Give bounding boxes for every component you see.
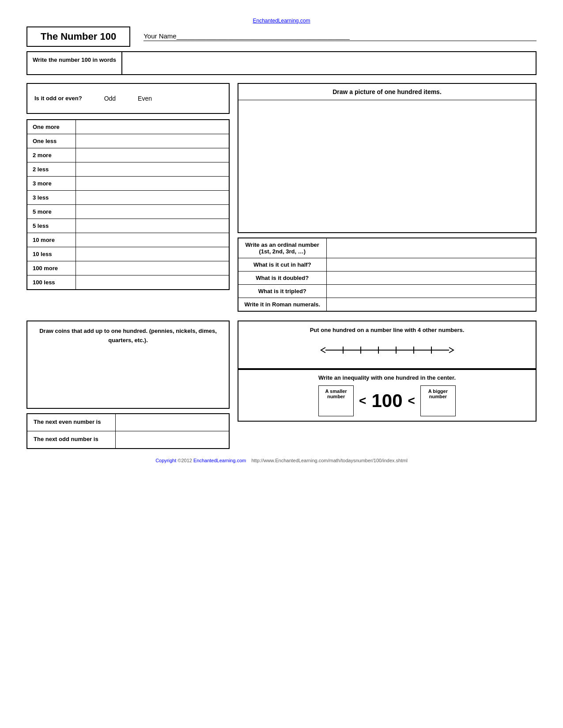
math-row-label: 10 more	[27, 233, 76, 247]
next-odd-label: The next odd number is	[27, 431, 116, 448]
math-row-label: One less	[27, 134, 76, 148]
ordinal-row-answer[interactable]	[326, 298, 536, 312]
odd-option[interactable]: Odd	[104, 95, 116, 102]
header-row: The Number 100 Your Name________________…	[26, 26, 537, 47]
ordinal-row: Write as an ordinal number (1st, 2nd, 3r…	[238, 238, 536, 258]
ordinal-row-label: What is it doubled?	[238, 272, 326, 285]
math-row-answer[interactable]	[76, 275, 229, 290]
number-line-box: Put one hundred on a number line with 4 …	[238, 321, 537, 369]
next-odd-answer[interactable]	[116, 431, 229, 448]
math-row-answer[interactable]	[76, 233, 229, 247]
odd-even-box: Is it odd or even? Odd Even	[26, 83, 230, 114]
draw-picture-box: Draw a picture of one hundred items.	[238, 83, 537, 233]
math-row: 5 more	[27, 205, 229, 219]
left-lower: Draw coins that add up to one hundred. (…	[26, 321, 230, 449]
draw-picture-label: Draw a picture of one hundred items.	[238, 84, 536, 100]
ordinal-row-answer[interactable]	[326, 258, 536, 272]
math-row-label: 5 less	[27, 219, 76, 233]
ordinal-row: What is it doubled?	[238, 272, 536, 285]
math-row-answer[interactable]	[76, 261, 229, 275]
math-row-answer[interactable]	[76, 162, 229, 177]
coins-box: Draw coins that add up to one hundred. (…	[26, 321, 230, 409]
ordinal-row-label: Write it in Roman numerals.	[238, 298, 326, 312]
math-row-label: 2 more	[27, 148, 76, 162]
math-row-label: 5 more	[27, 205, 76, 219]
math-row-answer[interactable]	[76, 247, 229, 261]
footer-site-link[interactable]: EnchantedLearning.com	[193, 458, 247, 463]
ordinal-row: What is it cut in half?	[238, 258, 536, 272]
ordinal-row-answer[interactable]	[326, 272, 536, 285]
math-row: 2 more	[27, 148, 229, 162]
math-row: 3 more	[27, 177, 229, 191]
math-row-answer[interactable]	[76, 120, 229, 134]
smaller-number-box[interactable]: A smaller number	[318, 385, 354, 416]
your-name-field[interactable]: Your Name_______________________________…	[144, 32, 537, 41]
draw-picture-area[interactable]	[238, 100, 536, 232]
next-even-answer[interactable]	[116, 414, 229, 431]
ordinal-row-label: What is it cut in half?	[238, 258, 326, 272]
math-row-answer[interactable]	[76, 148, 229, 162]
odd-even-label: Is it odd or even?	[34, 94, 82, 103]
math-row-label: 2 less	[27, 162, 76, 177]
math-row: 3 less	[27, 191, 229, 205]
math-row: 100 more	[27, 261, 229, 275]
write-words-label: Write the number 100 in words	[27, 52, 122, 74]
ordinal-row-answer[interactable]	[326, 285, 536, 298]
number-line-svg	[317, 341, 458, 359]
math-row-answer[interactable]	[76, 177, 229, 191]
inequality-box: Write an inequality with one hundred in …	[238, 369, 537, 422]
math-row: 2 less	[27, 162, 229, 177]
number-line-title: Put one hundred on a number line with 4 …	[246, 327, 529, 333]
math-row-label: 100 more	[27, 261, 76, 275]
math-row: One less	[27, 134, 229, 148]
right-col: Draw a picture of one hundred items. Wri…	[238, 83, 537, 315]
ordinal-row: Write it in Roman numerals.	[238, 298, 536, 312]
inequality-row: A smaller number < 100 < A bigger number	[246, 385, 529, 416]
math-row-label: One more	[27, 120, 76, 134]
write-words-box: Write the number 100 in words	[26, 51, 537, 75]
ordinal-row-answer[interactable]	[326, 238, 536, 258]
next-numbers-box: The next even number is The next odd num…	[26, 413, 230, 449]
next-even-label: The next even number is	[27, 414, 116, 431]
math-row: 5 less	[27, 219, 229, 233]
inequality-number: 100	[371, 390, 402, 411]
math-table: One more One less 2 more 2 less 3 more 3…	[26, 119, 230, 290]
math-row-answer[interactable]	[76, 134, 229, 148]
math-row: 100 less	[27, 275, 229, 290]
left-inequality-sign: <	[359, 394, 366, 408]
math-row: One more	[27, 120, 229, 134]
next-even-row: The next even number is	[27, 414, 229, 431]
ordinal-row-label: Write as an ordinal number (1st, 2nd, 3r…	[238, 238, 326, 258]
math-row-answer[interactable]	[76, 191, 229, 205]
ordinal-row-label: What is it tripled?	[238, 285, 326, 298]
page-title: The Number 100	[26, 26, 130, 47]
left-col: Is it odd or even? Odd Even One more One…	[26, 83, 230, 315]
two-col-lower: Draw coins that add up to one hundred. (…	[26, 321, 537, 449]
footer: Copyright ©2012 EnchantedLearning.com ht…	[26, 458, 537, 463]
math-row: 10 less	[27, 247, 229, 261]
math-row-label: 10 less	[27, 247, 76, 261]
two-col-main: Is it odd or even? Odd Even One more One…	[26, 83, 537, 315]
coins-label: Draw coins that add up to one hundred. (…	[27, 321, 229, 348]
math-row-label: 3 less	[27, 191, 76, 205]
even-option[interactable]: Even	[138, 95, 152, 102]
math-row-label: 3 more	[27, 177, 76, 191]
math-row-label: 100 less	[27, 275, 76, 290]
bigger-number-box[interactable]: A bigger number	[420, 385, 456, 416]
footer-copyright-link[interactable]: Copyright	[155, 458, 178, 463]
site-link: EnchantedLearning.com	[26, 18, 537, 24]
write-words-answer[interactable]	[122, 52, 536, 74]
math-row: 10 more	[27, 233, 229, 247]
inequality-title: Write an inequality with one hundred in …	[246, 374, 529, 381]
ordinal-table: Write as an ordinal number (1st, 2nd, 3r…	[238, 238, 537, 312]
coins-area[interactable]	[27, 348, 229, 408]
right-lower: Put one hundred on a number line with 4 …	[238, 321, 537, 449]
math-row-answer[interactable]	[76, 205, 229, 219]
next-odd-row: The next odd number is	[27, 431, 229, 448]
ordinal-row: What is it tripled?	[238, 285, 536, 298]
right-inequality-sign: <	[408, 394, 415, 408]
math-row-answer[interactable]	[76, 219, 229, 233]
